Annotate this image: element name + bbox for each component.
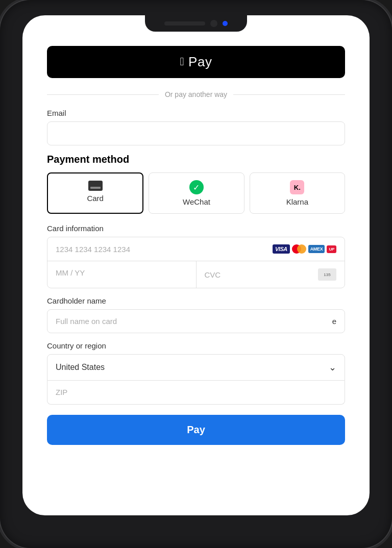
- cvc-number: 135: [324, 272, 330, 277]
- cvc-field[interactable]: CVC 135: [197, 261, 345, 288]
- card-info-box: 1234 1234 1234 1234 VISA AMEX UP: [47, 237, 345, 288]
- card-info-label: Card information: [47, 224, 345, 233]
- email-section: Email: [47, 109, 345, 154]
- cvc-placeholder: CVC: [205, 270, 221, 279]
- phone-frame:  Pay Or pay another way Email Payment m…: [0, 0, 392, 548]
- zip-field-wrapper: [47, 381, 345, 405]
- payment-option-wechat[interactable]: ✓ WeChat: [149, 172, 244, 214]
- divider-line-left: [47, 94, 159, 95]
- screen:  Pay Or pay another way Email Payment m…: [22, 15, 370, 515]
- wechat-label: WeChat: [183, 197, 210, 206]
- unionpay-logo: UP: [327, 245, 336, 253]
- pay-button[interactable]: Pay: [47, 415, 345, 445]
- cursor-indicator: e: [332, 317, 336, 326]
- notch-speaker: [164, 21, 205, 26]
- notch: [145, 15, 247, 32]
- divider-line-right: [233, 94, 345, 95]
- apple-pay-label:  Pay: [180, 54, 212, 70]
- divider: Or pay another way: [47, 90, 345, 98]
- divider-text: Or pay another way: [165, 90, 227, 98]
- notch-dot: [223, 21, 228, 26]
- expiry-field[interactable]: MM / YY: [47, 261, 197, 288]
- expiry-cvc-row: MM / YY CVC 135: [47, 261, 345, 288]
- amex-logo: AMEX: [308, 245, 325, 253]
- email-input[interactable]: [47, 121, 345, 145]
- wechat-icon: ✓: [189, 180, 204, 194]
- payment-method-section: Payment method Card ✓ WeChat K.: [47, 154, 345, 214]
- apple-logo: : [180, 55, 185, 68]
- zip-input[interactable]: [56, 388, 336, 396]
- country-region-section: Country or region United States ⌄: [47, 341, 345, 405]
- visa-logo: VISA: [273, 244, 290, 254]
- notch-camera: [210, 20, 217, 27]
- cardholder-label: Cardholder name: [47, 296, 345, 305]
- klarna-icon: K.: [290, 180, 304, 194]
- cardholder-field[interactable]: Full name on card e: [47, 309, 345, 333]
- payment-option-klarna[interactable]: K. Klarna: [250, 172, 345, 214]
- chevron-down-icon: ⌄: [329, 362, 336, 373]
- pay-text: Pay: [188, 54, 212, 70]
- country-region-label: Country or region: [47, 341, 345, 350]
- card-number-placeholder: 1234 1234 1234 1234: [56, 245, 273, 254]
- cardholder-section: Cardholder name Full name on card e: [47, 296, 345, 333]
- card-label: Card: [87, 194, 104, 203]
- payment-option-card[interactable]: Card: [47, 172, 143, 214]
- card-information-section: Card information 1234 1234 1234 1234 VIS…: [47, 224, 345, 288]
- cardholder-placeholder: Full name on card: [56, 317, 117, 326]
- country-select-text: United States: [56, 363, 105, 372]
- mc-circle-right: [297, 244, 306, 254]
- payment-method-title: Payment method: [47, 154, 345, 165]
- payment-options: Card ✓ WeChat K. Klarna: [47, 172, 345, 214]
- apple-pay-button[interactable]:  Pay: [47, 46, 345, 78]
- country-select[interactable]: United States ⌄: [47, 354, 345, 381]
- email-label: Email: [47, 109, 345, 117]
- card-logos: VISA AMEX UP: [273, 244, 336, 254]
- content-area:  Pay Or pay another way Email Payment m…: [22, 15, 370, 515]
- card-number-row: 1234 1234 1234 1234 VISA AMEX UP: [47, 237, 345, 261]
- klarna-label: Klarna: [286, 197, 308, 206]
- mastercard-logo: [292, 244, 306, 254]
- card-icon: [88, 181, 103, 191]
- cvc-icon: 135: [318, 268, 336, 281]
